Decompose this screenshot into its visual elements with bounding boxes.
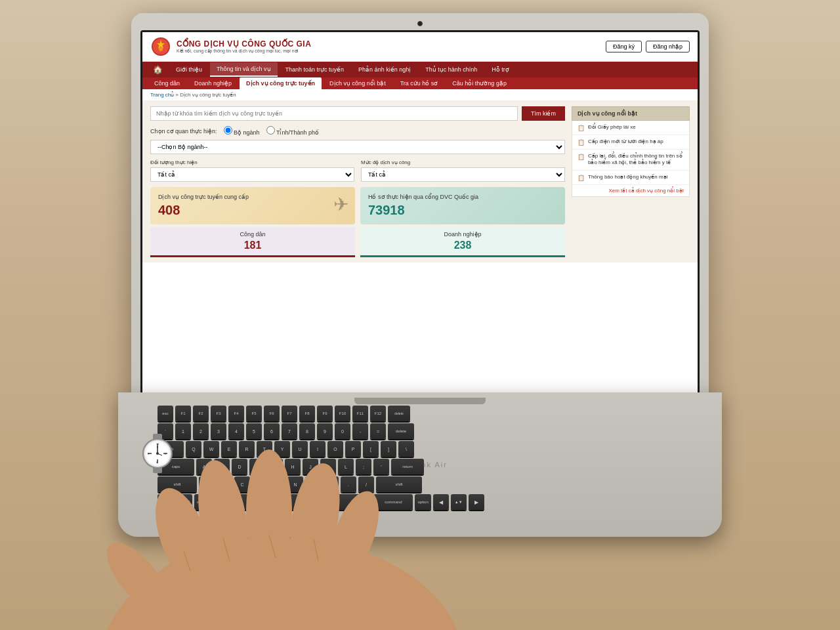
nav-item-thong-tin[interactable]: Thông tin và dịch vụ [210, 62, 278, 77]
main-navigation: 🏠 Giới thiệu Thông tin và dịch vụ Thanh … [142, 62, 698, 77]
key-f5[interactable]: F5 [246, 406, 262, 421]
radio-group: Chọn cơ quan thực hiện: Bộ ngành Tỉnh/Th… [150, 126, 565, 136]
featured-item-1[interactable]: 📋 Cấp điện mới từ lưới điện hạ áp [572, 135, 689, 150]
radio-tinh-tp[interactable] [266, 126, 275, 135]
citizen-number: 181 [158, 240, 347, 251]
laptop-screen-area: Cổng Dịch Vụ Công Quốc Gia Kết nối, cung… [131, 13, 709, 400]
dvc-records-number: 73918 [368, 203, 557, 218]
sub-item-cau-hoi[interactable]: Câu hỏi thường gặp [446, 77, 513, 89]
key-f10[interactable]: F10 [335, 406, 350, 421]
sub-stat-citizen: Công dân 181 [150, 227, 355, 257]
nav-item-thanh-toan[interactable]: Thanh toán trực tuyến [279, 63, 351, 76]
screen-content: Cổng Dịch Vụ Công Quốc Gia Kết nối, cung… [142, 32, 698, 393]
sub-stat-business: Doanh nghiệp 238 [360, 227, 565, 257]
see-all-link[interactable]: Xem tất cả dịch vụ công nổi bật [572, 185, 689, 196]
featured-text-2: Cấp lại, đổi, điều chỉnh thông tin trên … [588, 153, 684, 167]
key-f12[interactable]: F12 [370, 406, 386, 421]
sub-item-dich-vu-cong[interactable]: Dịch vụ công trực tuyến [240, 77, 322, 89]
citizen-label: Công dân [158, 231, 347, 238]
key-f7[interactable]: F7 [282, 406, 297, 421]
key-f4[interactable]: F4 [228, 406, 244, 421]
featured-item-2[interactable]: 📋 Cấp lại, đổi, điều chỉnh thông tin trê… [572, 150, 689, 171]
breadcrumb-current: Dịch vụ công trực tuyến [180, 92, 236, 98]
logo-text: Cổng Dịch Vụ Công Quốc Gia Kết nối, cung… [177, 39, 311, 54]
filter-muc-do: Mức độ dịch vụ công Tất cả [361, 159, 565, 182]
sub-navigation: Công dân Doanh nghiệp Dịch vụ công trực … [142, 77, 698, 89]
featured-body: 📋 Đổi Giấy phép lái xe 📋 Cấp điện mới từ… [572, 121, 690, 197]
logo-area: Cổng Dịch Vụ Công Quốc Gia Kết nối, cung… [150, 36, 311, 57]
svg-point-3 [159, 47, 163, 51]
featured-icon-3: 📋 [578, 175, 585, 181]
home-nav-icon[interactable]: 🏠 [148, 62, 168, 77]
sub-item-cong-dan[interactable]: Công dân [148, 77, 186, 89]
key-f8[interactable]: F8 [299, 406, 315, 421]
nav-item-thu-tuc[interactable]: Thủ tục hành chính [419, 63, 484, 76]
sub-item-tra-cuu[interactable]: Tra cứu hồ sơ [394, 77, 445, 89]
svg-point-27 [156, 452, 159, 455]
sub-item-doanh-nghiep[interactable]: Doanh nghiệp [188, 77, 238, 89]
login-button[interactable]: Đăng nhập [646, 41, 690, 52]
filter-row: Đối tượng thực hiện Tất cả Mức độ dịch v… [150, 159, 565, 182]
featured-icon-2: 📋 [578, 154, 585, 160]
register-button[interactable]: Đăng ký [606, 41, 642, 52]
radio-bo-nganh-label: Bộ ngành [224, 126, 260, 136]
header-buttons: Đăng ký Đăng nhập [606, 41, 690, 52]
featured-icon-0: 📋 [578, 125, 585, 131]
nav-item-phan-anh[interactable]: Phản ánh kiến nghị [352, 63, 417, 76]
hand-area [52, 420, 512, 630]
featured-item-0[interactable]: 📋 Đổi Giấy phép lái xe [572, 121, 689, 135]
site-title: Cổng Dịch Vụ Công Quốc Gia [177, 39, 311, 49]
key-f11[interactable]: F11 [352, 406, 368, 421]
key-f2[interactable]: F2 [193, 406, 209, 421]
dvc-records-title: Hồ sơ thực hiện qua cổng DVC Quốc gia [368, 194, 557, 200]
key-f1[interactable]: F1 [175, 406, 191, 421]
filter-doi-tuong: Đối tượng thực hiện Tất cả [150, 159, 354, 182]
webcam [417, 21, 423, 26]
breadcrumb: Trang chủ » Dịch vụ công trực tuyến [142, 89, 698, 101]
national-emblem-icon [150, 36, 171, 57]
right-panel: Dịch vụ công nổi bật 📋 Đổi Giấy phép lái… [572, 106, 690, 257]
filter-doi-tuong-select[interactable]: Tất cả [150, 167, 354, 182]
stat-card-online-services: Dịch vụ công trực tuyến cung cấp 408 ✈ [150, 187, 355, 224]
watch-area: 12 3 6 9 [135, 430, 180, 479]
hand-svg [52, 420, 512, 630]
featured-text-1: Cấp điện mới từ lưới điện hạ áp [588, 138, 663, 145]
radio-bo-nganh[interactable] [224, 126, 232, 135]
key-f6[interactable]: F6 [264, 406, 280, 421]
plane-icon: ✈ [333, 194, 348, 215]
filter-doi-tuong-label: Đối tượng thực hiện [150, 159, 354, 165]
featured-text-3: Thông báo hoạt động khuyến mại [588, 174, 667, 180]
online-services-number: 408 [158, 203, 347, 218]
search-button[interactable]: Tìm kiếm [522, 106, 565, 121]
key-f9[interactable]: F9 [317, 406, 333, 421]
key-f3[interactable]: F3 [211, 406, 226, 421]
key-delete[interactable]: delete [388, 406, 410, 421]
sub-item-dich-vu-noi-bat[interactable]: Dịch vụ công nổi bật [323, 77, 392, 89]
nav-item-ho-tro[interactable]: Hỗ trợ [485, 63, 516, 76]
featured-header: Dịch vụ công nổi bật [572, 106, 690, 121]
breadcrumb-separator: » [176, 92, 178, 98]
featured-icon-1: 📋 [578, 139, 585, 146]
screen-bezel: Cổng Dịch Vụ Công Quốc Gia Kết nối, cung… [140, 30, 700, 395]
left-panel: Tìm kiếm Chọn cơ quan thực hiện: Bộ ngàn… [150, 106, 565, 257]
search-input[interactable] [150, 106, 518, 121]
sub-stats-row: Công dân 181 Doanh nghiệp 238 [150, 227, 565, 257]
breadcrumb-home[interactable]: Trang chủ [150, 92, 174, 98]
site-header: Cổng Dịch Vụ Công Quốc Gia Kết nối, cung… [142, 32, 698, 62]
online-services-title: Dịch vụ công trực tuyến cung cấp [158, 194, 347, 200]
radio-tinh-tp-label: Tỉnh/Thành phố [266, 126, 319, 136]
featured-text-0: Đổi Giấy phép lái xe [588, 124, 636, 131]
filter-muc-do-select[interactable]: Tất cả [361, 167, 565, 182]
watch-icon: 12 3 6 9 [135, 430, 180, 476]
key-esc[interactable]: esc [158, 406, 173, 421]
radio-group-label: Chọn cơ quan thực hiện: [150, 128, 217, 135]
main-content: Tìm kiếm Chọn cơ quan thực hiện: Bộ ngàn… [142, 101, 698, 262]
filter-muc-do-label: Mức độ dịch vụ công [361, 159, 565, 165]
site-subtitle: Kết nối, cung cấp thông tin và dịch vụ c… [177, 49, 311, 54]
nav-item-gioi-thieu[interactable]: Giới thiệu [169, 63, 209, 76]
featured-item-3[interactable]: 📋 Thông báo hoạt động khuyến mại [572, 171, 689, 185]
business-number: 238 [368, 240, 557, 251]
bo-nganh-dropdown[interactable]: --Chọn Bộ ngành-- [150, 140, 565, 154]
business-label: Doanh nghiệp [368, 231, 557, 238]
stat-card-dvc-records: Hồ sơ thực hiện qua cổng DVC Quốc gia 73… [360, 187, 565, 224]
